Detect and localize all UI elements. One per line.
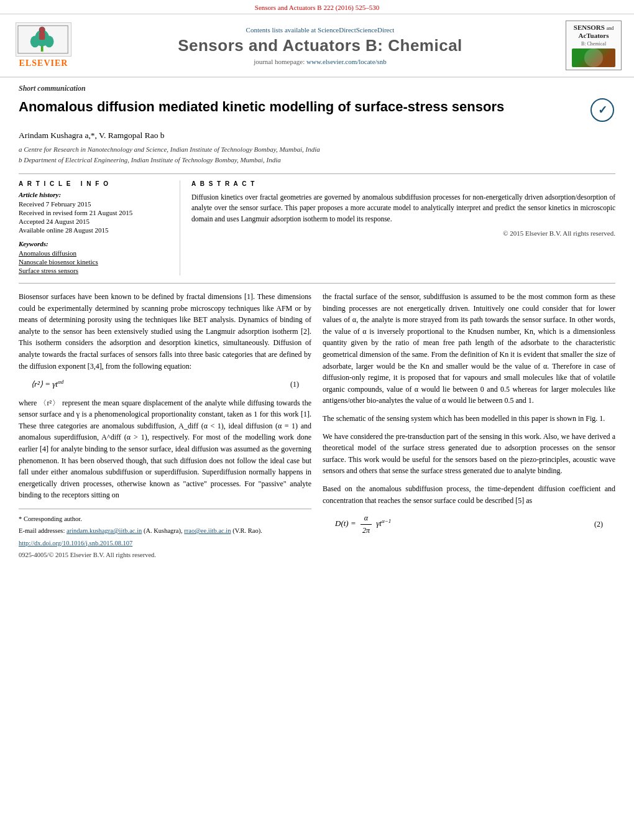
crossmark-badge: ✓ — [590, 98, 615, 123]
journal-homepage: journal homepage: www.elsevier.com/locat… — [81, 58, 559, 65]
affiliation-a: a Centre for Research in Nanotechnology … — [19, 144, 615, 155]
sensors-logo-title: SENSORS andAcTuators — [574, 24, 613, 40]
article-history-label: Article history: — [19, 191, 170, 198]
sciencedirect-link[interactable]: ScienceDirect — [318, 26, 356, 34]
received-date: Received 7 February 2015 — [19, 200, 170, 208]
homepage-url[interactable]: www.elsevier.com/locate/snb — [306, 58, 387, 65]
body-p2: where 〈r²〉 represent the mean square dis… — [19, 397, 311, 501]
elsevier-logo: ELSEVIER — [12, 22, 75, 68]
two-col-info: A R T I C L E I N F O Article history: R… — [19, 173, 615, 275]
sciencedirect-label: Contents lists available at ScienceDirec… — [81, 26, 559, 34]
crossmark-icon: ✓ — [590, 98, 614, 122]
svg-point-2 — [30, 35, 39, 47]
doi-line: http://dx.doi.org/10.1016/j.snb.2015.08.… — [19, 538, 311, 548]
abstract-label: A B S T R A C T — [191, 180, 615, 187]
affiliation-b: b Department of Electrical Engineering, … — [19, 155, 615, 165]
elsevier-name: ELSEVIER — [19, 58, 68, 68]
body-column-2: the fractal surface of the sensor, subdi… — [323, 291, 615, 560]
main-body: Biosensor surfaces have been known to be… — [19, 283, 615, 560]
available-date: Available online 28 August 2015 — [19, 226, 170, 234]
copyright-line: © 2015 Elsevier B.V. All rights reserved… — [191, 229, 615, 237]
body-p1: Biosensor surfaces have been known to be… — [19, 291, 311, 372]
sensors-logo-subtitle: B: Chemical — [581, 41, 606, 47]
article-content: Short communication Anomalous diffusion … — [0, 78, 634, 573]
email-2-link[interactable]: rrao@ee.iitb.ac.in — [184, 527, 231, 534]
body-col2-p3: We have considered the pre-transduction … — [323, 431, 615, 477]
keyword-3: Surface stress sensors — [19, 267, 170, 274]
sensors-logo-image — [572, 48, 615, 67]
journal-center: Contents lists available at ScienceDirec… — [81, 26, 559, 65]
journal-header: ELSEVIER Contents lists available at Sci… — [0, 14, 634, 78]
equation-1-number: (1) — [290, 379, 299, 390]
authors-line: Arindam Kushagra a,*, V. Ramgopal Rao b — [19, 131, 615, 141]
equation-2-number: (2) — [594, 519, 603, 530]
equation-1-content: ⟨r²⟩ = γtαd — [31, 378, 63, 390]
elsevier-logo-image — [16, 22, 71, 57]
journal-title: Sensors and Actuators B: Chemical — [81, 36, 559, 55]
body-col2-p1: the fractal surface of the sensor, subdi… — [323, 291, 615, 407]
keyword-2: Nanoscale biosensor kinetics — [19, 258, 170, 265]
equation-1: ⟨r²⟩ = γtαd (1) — [31, 378, 299, 390]
svg-rect-5 — [39, 32, 44, 39]
article-info-left: A R T I C L E I N F O Article history: R… — [19, 180, 180, 275]
keywords-label: Keywords: — [19, 240, 170, 247]
body-col2-p2: The schematic of the sensing system whic… — [323, 413, 615, 425]
email-1-link[interactable]: arindam.kushagra@iitb.ac.in — [67, 527, 142, 534]
journal-reference: Sensors and Actuators B 222 (2016) 525–5… — [255, 4, 379, 11]
accepted-date: Accepted 24 August 2015 — [19, 218, 170, 225]
corresponding-author-note: * Corresponding author. — [19, 514, 311, 524]
body-col2-p4: Based on the anomalous subdiffusion proc… — [323, 483, 615, 506]
top-bar: Sensors and Actuators B 222 (2016) 525–5… — [0, 0, 634, 14]
body-column-1: Biosensor surfaces have been known to be… — [19, 291, 311, 560]
svg-point-3 — [44, 35, 53, 47]
article-title-row: Anomalous diffusion mediated kinetic mod… — [19, 98, 615, 123]
doi-link[interactable]: http://dx.doi.org/10.1016/j.snb.2015.08.… — [19, 540, 132, 547]
abstract-section: A B S T R A C T Diffusion kinetics over … — [180, 180, 615, 275]
email-line: E-mail addresses: arindam.kushagra@iitb.… — [19, 526, 311, 536]
keyword-1: Anomalous diffusion — [19, 249, 170, 257]
affiliations: a Centre for Research in Nanotechnology … — [19, 144, 615, 165]
keywords-section: Keywords: Anomalous diffusion Nanoscale … — [19, 240, 170, 274]
abstract-text: Diffusion kinetics over fractal geometri… — [191, 192, 615, 224]
footnote-area: * Corresponding author. E-mail addresses… — [19, 509, 311, 560]
article-title: Anomalous diffusion mediated kinetic mod… — [19, 98, 504, 116]
equation-2: D(t) = α2π γtα−1 (2) — [335, 512, 603, 536]
sensors-logo: SENSORS andAcTuators B: Chemical — [566, 21, 622, 70]
issn-line: 0925-4005/© 2015 Elsevier B.V. All right… — [19, 550, 311, 560]
revised-date: Received in revised form 21 August 2015 — [19, 209, 170, 216]
article-type: Short communication — [19, 84, 615, 93]
article-info-label: A R T I C L E I N F O — [19, 180, 170, 187]
equation-2-content: D(t) = α2π γtα−1 — [335, 512, 391, 536]
svg-point-4 — [39, 27, 44, 32]
